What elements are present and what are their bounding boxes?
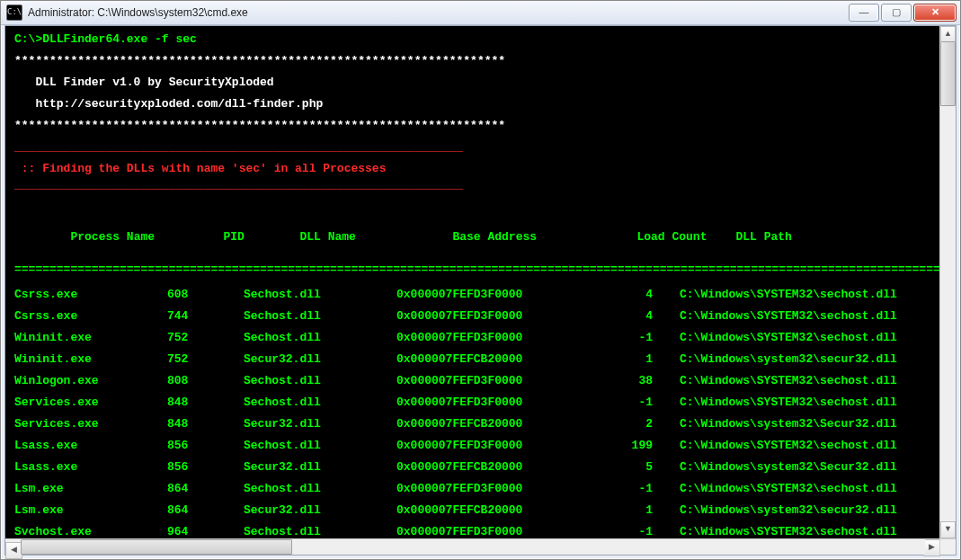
table-row: Lsass.exe856Secur32.dll0x000007FEFCB2000… bbox=[14, 459, 931, 476]
cell-dll-path: C:\Windows\system32\Secur32.dll bbox=[680, 459, 940, 476]
table-row: Svchost.exe964Sechost.dll0x000007FEFD3F0… bbox=[14, 524, 931, 539]
client-frame: C:\>DLLFinder64.exe -f sec *************… bbox=[4, 25, 957, 556]
col-pid: PID bbox=[223, 229, 299, 245]
minimize-button[interactable]: — bbox=[849, 4, 879, 22]
cell-pid: 752 bbox=[167, 351, 244, 368]
banner-border: ****************************************… bbox=[14, 53, 931, 69]
cell-pid: 744 bbox=[167, 308, 244, 324]
table-row: Winlogon.exe808Sechost.dll0x000007FEFD3F… bbox=[14, 373, 931, 389]
cell-pid: 848 bbox=[167, 416, 244, 432]
table-row: Services.exe848Secur32.dll0x000007FEFCB2… bbox=[14, 416, 931, 432]
vscroll-thumb[interactable] bbox=[940, 41, 956, 106]
cell-load-count: 38 bbox=[581, 373, 680, 389]
table-row: Csrss.exe608Sechost.dll0x000007FEFD3F000… bbox=[14, 287, 931, 303]
col-load-count: Load Count bbox=[636, 229, 735, 245]
cell-base-address: 0x000007FEFCB20000 bbox=[396, 351, 581, 368]
cell-process-name: Svchost.exe bbox=[14, 524, 167, 539]
scroll-right-button[interactable]: ▶ bbox=[923, 539, 940, 556]
cell-dll-name: Secur32.dll bbox=[244, 502, 396, 519]
close-button[interactable]: ✕ bbox=[913, 4, 957, 22]
cell-dll-name: Sechost.dll bbox=[244, 481, 396, 497]
command-prompt-line: C:\>DLLFinder64.exe -f sec bbox=[14, 31, 931, 48]
maximize-button[interactable]: ▢ bbox=[881, 4, 912, 22]
cell-pid: 752 bbox=[167, 330, 244, 346]
vscroll-track[interactable] bbox=[940, 41, 956, 523]
cell-load-count: 5 bbox=[581, 459, 680, 476]
cell-process-name: Csrss.exe bbox=[14, 308, 167, 324]
cell-dll-name: Secur32.dll bbox=[244, 459, 396, 476]
col-dll-path: DLL Path bbox=[735, 229, 940, 245]
cell-load-count: 4 bbox=[581, 308, 680, 324]
cell-dll-name: Secur32.dll bbox=[244, 351, 396, 368]
horizontal-scrollbar[interactable]: ◀ ▶ bbox=[5, 538, 940, 555]
cell-dll-path: C:\Windows\SYSTEM32\sechost.dll bbox=[680, 524, 940, 539]
cell-dll-name: Sechost.dll bbox=[244, 330, 396, 346]
cell-base-address: 0x000007FEFD3F0000 bbox=[396, 330, 581, 346]
cell-load-count: 2 bbox=[581, 416, 680, 432]
cell-load-count: 1 bbox=[581, 502, 680, 519]
cell-dll-name: Sechost.dll bbox=[244, 308, 396, 324]
cell-process-name: Lsm.exe bbox=[14, 481, 167, 497]
cell-pid: 848 bbox=[167, 395, 244, 411]
cell-base-address: 0x000007FEFD3F0000 bbox=[396, 287, 581, 303]
table-row: Services.exe848Sechost.dll0x000007FEFD3F… bbox=[14, 395, 931, 411]
app-icon: C:\ bbox=[6, 4, 22, 21]
cell-pid: 964 bbox=[167, 524, 244, 539]
cell-dll-path: C:\Windows\SYSTEM32\sechost.dll bbox=[680, 308, 940, 324]
cell-base-address: 0x000007FEFD3F0000 bbox=[396, 481, 581, 497]
cell-dll-path: C:\Windows\system32\secur32.dll bbox=[680, 351, 940, 368]
cell-process-name: Services.exe bbox=[14, 395, 167, 411]
cell-base-address: 0x000007FEFCB20000 bbox=[396, 416, 581, 432]
window-buttons: — ▢ ✕ bbox=[849, 4, 957, 22]
cell-dll-path: C:\Windows\SYSTEM32\sechost.dll bbox=[680, 373, 940, 389]
cell-base-address: 0x000007FEFCB20000 bbox=[396, 459, 581, 476]
cell-base-address: 0x000007FEFD3F0000 bbox=[396, 395, 581, 411]
table-row: Lsm.exe864Secur32.dll0x000007FEFCB200001… bbox=[14, 502, 931, 519]
cell-process-name: Wininit.exe bbox=[14, 330, 167, 346]
cell-load-count: -1 bbox=[581, 524, 680, 539]
cell-pid: 808 bbox=[167, 373, 244, 389]
window-title: Administrator: C:\Windows\system32\cmd.e… bbox=[28, 6, 849, 19]
cell-pid: 864 bbox=[167, 481, 244, 497]
col-dll-name: DLL Name bbox=[299, 229, 452, 245]
table-row: Wininit.exe752Sechost.dll0x000007FEFD3F0… bbox=[14, 330, 931, 346]
cell-pid: 864 bbox=[167, 502, 244, 519]
table-row: Lsass.exe856Sechost.dll0x000007FEFD3F000… bbox=[14, 438, 931, 454]
cell-load-count: -1 bbox=[581, 330, 680, 346]
cell-dll-path: C:\Windows\SYSTEM32\sechost.dll bbox=[680, 287, 940, 303]
status-rule: ________________________________________… bbox=[14, 177, 931, 193]
cell-load-count: -1 bbox=[581, 481, 680, 497]
terminal-output[interactable]: C:\>DLLFinder64.exe -f sec *************… bbox=[5, 26, 940, 539]
cell-process-name: Services.exe bbox=[14, 416, 167, 432]
cell-dll-name: Secur32.dll bbox=[244, 416, 396, 432]
cell-dll-name: Sechost.dll bbox=[244, 373, 396, 389]
scroll-down-button[interactable]: ▼ bbox=[940, 521, 956, 538]
cell-dll-name: Sechost.dll bbox=[244, 438, 396, 454]
cell-dll-name: Sechost.dll bbox=[244, 395, 396, 411]
cell-dll-path: C:\Windows\system32\Secur32.dll bbox=[680, 416, 940, 432]
status-rule: ________________________________________… bbox=[14, 139, 931, 156]
column-headers: Process NamePIDDLL NameBase AddressLoad … bbox=[14, 213, 931, 262]
cell-process-name: Winlogon.exe bbox=[14, 373, 167, 389]
titlebar[interactable]: C:\ Administrator: C:\Windows\system32\c… bbox=[1, 1, 960, 25]
hscroll-thumb[interactable] bbox=[21, 539, 292, 555]
cell-dll-name: Sechost.dll bbox=[244, 287, 396, 303]
data-rows: Csrss.exe608Sechost.dll0x000007FEFD3F000… bbox=[14, 287, 931, 539]
cell-base-address: 0x000007FEFCB20000 bbox=[396, 502, 581, 519]
cell-pid: 856 bbox=[167, 459, 244, 476]
cell-dll-path: C:\Windows\SYSTEM32\sechost.dll bbox=[680, 438, 940, 454]
cell-dll-path: C:\Windows\system32\secur32.dll bbox=[680, 502, 940, 519]
table-row: Wininit.exe752Secur32.dll0x000007FEFCB20… bbox=[14, 351, 931, 368]
cell-process-name: Wininit.exe bbox=[14, 351, 167, 368]
cell-process-name: Lsass.exe bbox=[14, 438, 167, 454]
table-row: Csrss.exe744Sechost.dll0x000007FEFD3F000… bbox=[14, 308, 931, 324]
cell-process-name: Csrss.exe bbox=[14, 287, 167, 303]
cell-load-count: 1 bbox=[581, 351, 680, 368]
scrollbar-corner bbox=[939, 538, 956, 555]
vertical-scrollbar[interactable]: ▲ ▼ bbox=[939, 26, 956, 538]
cell-base-address: 0x000007FEFD3F0000 bbox=[396, 373, 581, 389]
cell-dll-path: C:\Windows\SYSTEM32\sechost.dll bbox=[680, 330, 940, 346]
hscroll-track[interactable] bbox=[21, 539, 925, 555]
cell-base-address: 0x000007FEFD3F0000 bbox=[396, 308, 581, 324]
col-base-address: Base Address bbox=[452, 229, 636, 245]
